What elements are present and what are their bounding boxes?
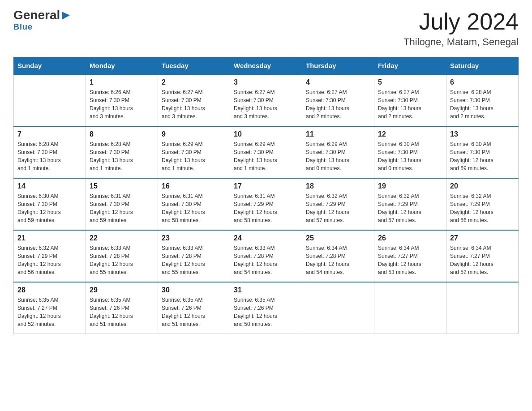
calendar-header: SundayMondayTuesdayWednesdayThursdayFrid… (14, 57, 519, 75)
day-number: 4 (306, 78, 370, 86)
calendar-cell: 22Sunrise: 6:33 AM Sunset: 7:28 PM Dayli… (86, 230, 158, 282)
day-number: 20 (450, 182, 515, 190)
calendar-cell: 7Sunrise: 6:28 AM Sunset: 7:30 PM Daylig… (14, 126, 86, 178)
day-info: Sunrise: 6:26 AM Sunset: 7:30 PM Dayligh… (90, 88, 154, 120)
day-number: 17 (234, 182, 298, 190)
day-info: Sunrise: 6:32 AM Sunset: 7:29 PM Dayligh… (450, 192, 515, 224)
day-info: Sunrise: 6:29 AM Sunset: 7:30 PM Dayligh… (306, 140, 370, 172)
logo-general: General (13, 9, 60, 21)
calendar-cell: 25Sunrise: 6:34 AM Sunset: 7:28 PM Dayli… (302, 230, 374, 282)
header-friday: Friday (374, 57, 446, 75)
day-number: 12 (378, 130, 442, 138)
day-info: Sunrise: 6:34 AM Sunset: 7:27 PM Dayligh… (450, 244, 515, 276)
calendar-cell: 5Sunrise: 6:27 AM Sunset: 7:30 PM Daylig… (374, 74, 446, 126)
calendar-cell: 3Sunrise: 6:27 AM Sunset: 7:30 PM Daylig… (230, 74, 302, 126)
day-info: Sunrise: 6:28 AM Sunset: 7:30 PM Dayligh… (17, 140, 82, 172)
page-title: July 2024 (403, 9, 519, 34)
day-number: 7 (17, 130, 82, 138)
day-info: Sunrise: 6:29 AM Sunset: 7:30 PM Dayligh… (162, 140, 226, 172)
calendar-cell: 2Sunrise: 6:27 AM Sunset: 7:30 PM Daylig… (158, 74, 230, 126)
day-info: Sunrise: 6:33 AM Sunset: 7:28 PM Dayligh… (234, 244, 298, 276)
header-tuesday: Tuesday (158, 57, 230, 75)
header-row: SundayMondayTuesdayWednesdayThursdayFrid… (14, 57, 519, 75)
day-info: Sunrise: 6:34 AM Sunset: 7:28 PM Dayligh… (306, 244, 370, 276)
day-info: Sunrise: 6:34 AM Sunset: 7:27 PM Dayligh… (378, 244, 442, 276)
day-number: 3 (234, 78, 298, 86)
page-header: General Blue July 2024 Thilogne, Matam, … (13, 9, 519, 48)
day-info: Sunrise: 6:28 AM Sunset: 7:30 PM Dayligh… (450, 88, 515, 120)
calendar-cell: 19Sunrise: 6:32 AM Sunset: 7:29 PM Dayli… (374, 178, 446, 230)
day-number: 24 (234, 234, 298, 242)
day-number: 13 (450, 130, 515, 138)
day-number: 21 (17, 234, 82, 242)
calendar-cell: 4Sunrise: 6:27 AM Sunset: 7:30 PM Daylig… (302, 74, 374, 126)
day-number: 14 (17, 182, 82, 190)
calendar-cell: 6Sunrise: 6:28 AM Sunset: 7:30 PM Daylig… (446, 74, 519, 126)
day-info: Sunrise: 6:35 AM Sunset: 7:27 PM Dayligh… (17, 296, 82, 328)
day-number: 29 (90, 286, 154, 294)
title-block: July 2024 Thilogne, Matam, Senegal (403, 9, 519, 48)
header-thursday: Thursday (302, 57, 374, 75)
day-number: 9 (162, 130, 226, 138)
day-number: 8 (90, 130, 154, 138)
svg-marker-0 (62, 12, 70, 20)
day-number: 28 (17, 286, 82, 294)
day-number: 15 (90, 182, 154, 190)
header-wednesday: Wednesday (230, 57, 302, 75)
day-info: Sunrise: 6:35 AM Sunset: 7:26 PM Dayligh… (90, 296, 154, 328)
header-saturday: Saturday (446, 57, 519, 75)
calendar-cell: 21Sunrise: 6:32 AM Sunset: 7:29 PM Dayli… (14, 230, 86, 282)
day-info: Sunrise: 6:27 AM Sunset: 7:30 PM Dayligh… (378, 88, 442, 120)
day-info: Sunrise: 6:27 AM Sunset: 7:30 PM Dayligh… (162, 88, 226, 120)
calendar-cell: 30Sunrise: 6:35 AM Sunset: 7:26 PM Dayli… (158, 282, 230, 334)
calendar-cell: 28Sunrise: 6:35 AM Sunset: 7:27 PM Dayli… (14, 282, 86, 334)
day-info: Sunrise: 6:30 AM Sunset: 7:30 PM Dayligh… (378, 140, 442, 172)
day-number: 6 (450, 78, 515, 86)
day-info: Sunrise: 6:28 AM Sunset: 7:30 PM Dayligh… (90, 140, 154, 172)
day-info: Sunrise: 6:32 AM Sunset: 7:29 PM Dayligh… (17, 244, 82, 276)
calendar-cell: 15Sunrise: 6:31 AM Sunset: 7:30 PM Dayli… (86, 178, 158, 230)
day-number: 31 (234, 286, 298, 294)
day-number: 30 (162, 286, 226, 294)
day-number: 5 (378, 78, 442, 86)
logo: General Blue (13, 9, 71, 32)
calendar-cell: 12Sunrise: 6:30 AM Sunset: 7:30 PM Dayli… (374, 126, 446, 178)
day-number: 27 (450, 234, 515, 242)
week-row-5: 28Sunrise: 6:35 AM Sunset: 7:27 PM Dayli… (14, 282, 519, 334)
day-number: 26 (378, 234, 442, 242)
logo-blue: Blue (13, 22, 33, 32)
day-info: Sunrise: 6:31 AM Sunset: 7:30 PM Dayligh… (162, 192, 226, 224)
calendar-cell: 26Sunrise: 6:34 AM Sunset: 7:27 PM Dayli… (374, 230, 446, 282)
calendar-cell: 14Sunrise: 6:30 AM Sunset: 7:30 PM Dayli… (14, 178, 86, 230)
calendar-cell: 1Sunrise: 6:26 AM Sunset: 7:30 PM Daylig… (86, 74, 158, 126)
calendar-cell: 11Sunrise: 6:29 AM Sunset: 7:30 PM Dayli… (302, 126, 374, 178)
week-row-4: 21Sunrise: 6:32 AM Sunset: 7:29 PM Dayli… (14, 230, 519, 282)
week-row-3: 14Sunrise: 6:30 AM Sunset: 7:30 PM Dayli… (14, 178, 519, 230)
day-info: Sunrise: 6:31 AM Sunset: 7:30 PM Dayligh… (90, 192, 154, 224)
day-info: Sunrise: 6:33 AM Sunset: 7:28 PM Dayligh… (162, 244, 226, 276)
day-number: 22 (90, 234, 154, 242)
page-subtitle: Thilogne, Matam, Senegal (403, 36, 519, 48)
calendar-cell (14, 74, 86, 126)
day-info: Sunrise: 6:27 AM Sunset: 7:30 PM Dayligh… (306, 88, 370, 120)
calendar-cell: 13Sunrise: 6:30 AM Sunset: 7:30 PM Dayli… (446, 126, 519, 178)
calendar-cell: 31Sunrise: 6:35 AM Sunset: 7:26 PM Dayli… (230, 282, 302, 334)
calendar-cell (446, 282, 519, 334)
day-info: Sunrise: 6:32 AM Sunset: 7:29 PM Dayligh… (306, 192, 370, 224)
calendar-table: SundayMondayTuesdayWednesdayThursdayFrid… (13, 57, 519, 334)
day-info: Sunrise: 6:33 AM Sunset: 7:28 PM Dayligh… (90, 244, 154, 276)
day-number: 11 (306, 130, 370, 138)
day-info: Sunrise: 6:27 AM Sunset: 7:30 PM Dayligh… (234, 88, 298, 120)
calendar-cell: 10Sunrise: 6:29 AM Sunset: 7:30 PM Dayli… (230, 126, 302, 178)
header-sunday: Sunday (14, 57, 86, 75)
day-number: 19 (378, 182, 442, 190)
calendar-cell: 9Sunrise: 6:29 AM Sunset: 7:30 PM Daylig… (158, 126, 230, 178)
day-info: Sunrise: 6:30 AM Sunset: 7:30 PM Dayligh… (17, 192, 82, 224)
calendar-cell: 27Sunrise: 6:34 AM Sunset: 7:27 PM Dayli… (446, 230, 519, 282)
calendar-cell: 17Sunrise: 6:31 AM Sunset: 7:29 PM Dayli… (230, 178, 302, 230)
day-number: 2 (162, 78, 226, 86)
header-monday: Monday (86, 57, 158, 75)
calendar-cell (302, 282, 374, 334)
calendar-cell: 20Sunrise: 6:32 AM Sunset: 7:29 PM Dayli… (446, 178, 519, 230)
calendar-cell (374, 282, 446, 334)
